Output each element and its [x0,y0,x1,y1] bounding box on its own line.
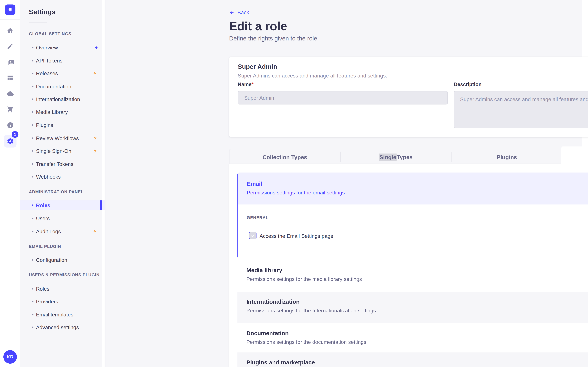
bullet-icon [32,326,33,328]
accordion-plugins-marketplace[interactable]: Plugins and marketplace [237,352,588,367]
accordion-subtitle: Permissions settings for the documentati… [246,339,366,345]
accordion-title: Internationalization [246,299,300,305]
accordion-email: Email Permissions settings for the email… [237,173,588,258]
section-users-permissions-plugin: USERS & PERMISSIONS PLUGIN [29,273,100,277]
tab-single-types[interactable]: Single Types [341,150,451,164]
lightning-icon [93,135,97,141]
sidebar-item-single-sign-on[interactable]: Single Sign-On [20,146,105,156]
sidebar-item-internationalization[interactable]: Internationalization [20,94,105,104]
accordion-subtitle: Permissions settings for the Internation… [246,308,376,314]
accordion-email-title: Email [247,181,262,187]
description-field[interactable]: Super Admins can access and manage all f… [454,91,588,128]
name-field[interactable]: Super Admin [238,91,448,105]
settings-notification-badge: 1 [12,131,18,138]
role-description-text: Super Admins can access and manage all f… [238,73,387,79]
notification-dot-icon [95,47,97,49]
sidebar-item-media-library[interactable]: Media Library [20,107,105,117]
tab-settings[interactable]: Settings [561,146,588,164]
sidebar-item-advanced-settings[interactable]: Advanced settings [20,323,105,332]
bullet-icon [32,314,33,315]
bullet-icon [32,217,33,219]
sidebar-item-transfer-tokens[interactable]: Transfer Tokens [20,159,105,169]
sidebar-item-roles-up[interactable]: Roles [20,284,105,294]
check-icon [251,233,255,238]
user-avatar[interactable]: KD [3,350,17,364]
bullet-icon [32,73,33,74]
sidebar-item-users[interactable]: Users [20,214,105,223]
lightning-icon [93,148,97,153]
page-title: Edit a role [229,19,287,33]
general-divider [271,218,588,218]
sidebar-item-roles-admin[interactable]: Roles [20,200,105,210]
tab-collection-types[interactable]: Collection Types [229,150,340,164]
section-email-plugin: EMAIL PLUGIN [29,244,61,249]
main-content: Back Edit a role Define the rights given… [105,0,588,367]
accordion-subtitle: Permissions settings for the media libra… [246,276,362,282]
role-card: Super Admin Super Admins can access and … [229,57,588,137]
sidebar-item-review-workflows[interactable]: Review Workflows [20,133,105,143]
bullet-icon [32,137,33,139]
permissions-tabbar: Collection Types Single Types Plugins [229,149,588,164]
sidebar-item-documentation[interactable]: Documentation [20,82,105,92]
accordion-internationalization[interactable]: Internationalization Permissions setting… [237,292,588,323]
marketplace-icon[interactable] [6,105,15,114]
home-icon[interactable] [6,26,15,35]
bullet-icon [32,150,33,152]
strapi-admin: 1 KD Settings GLOBAL SETTINGS Overview A… [0,0,588,367]
media-library-icon[interactable] [6,58,15,67]
selected-text: Single [379,153,397,160]
back-arrow-icon [229,10,234,15]
role-name-heading: Super Admin [238,63,277,71]
name-label: Name* [238,82,254,87]
accordion-documentation[interactable]: Documentation Permissions settings for t… [237,323,588,355]
lightning-icon [93,229,97,234]
bullet-icon [32,163,33,165]
bullet-icon [32,111,33,113]
required-asterisk: * [251,82,253,87]
content-manager-icon[interactable] [6,42,15,51]
sidebar-item-providers[interactable]: Providers [20,297,105,306]
sidebar-item-plugins[interactable]: Plugins [20,120,105,130]
cloud-icon[interactable] [6,89,15,98]
sidebar-title-divider [29,22,47,22]
accordion-title: Documentation [246,330,289,337]
sidebar-item-api-tokens[interactable]: API Tokens [20,56,105,66]
bullet-icon [32,259,33,261]
sidebar-item-audit-logs[interactable]: Audit Logs [20,226,105,236]
access-email-settings-checkbox[interactable] [249,232,256,239]
content-type-builder-icon[interactable] [6,73,15,82]
sidebar-item-email-templates[interactable]: Email templates [20,310,105,319]
bullet-icon [32,288,33,290]
rail-divider [0,19,20,20]
settings-sidebar: Settings GLOBAL SETTINGS Overview API To… [20,0,105,367]
section-global-settings: GLOBAL SETTINGS [29,32,71,36]
accordion-media-library[interactable]: Media library Permissions settings for t… [237,260,588,292]
section-administration-panel: ADMINISTRATION PANEL [29,190,84,194]
bullet-icon [32,231,33,232]
sidebar-item-configuration[interactable]: Configuration [20,255,105,265]
info-icon[interactable] [6,121,15,130]
accordion-email-header[interactable] [238,173,588,205]
sidebar-item-overview[interactable]: Overview [20,43,105,52]
sidebar-item-webhooks[interactable]: Webhooks [20,172,105,182]
accordion-title: Media library [246,267,282,274]
back-link[interactable]: Back [229,9,249,15]
strapi-logo-icon [7,6,13,13]
sidebar-item-releases[interactable]: Releases [20,68,105,78]
bullet-icon [32,60,33,61]
strapi-logo[interactable] [5,5,15,15]
accordion-title: Plugins and marketplace [246,359,315,366]
sidebar-title: Settings [29,8,56,16]
icon-rail: 1 KD [0,0,20,367]
page-subtitle: Define the rights given to the role [229,35,317,42]
bullet-icon [32,86,33,87]
bullet-icon [32,47,33,48]
bullet-icon [32,176,33,177]
bullet-icon [32,124,33,126]
bullet-icon [32,205,33,206]
tab-plugins[interactable]: Plugins [451,150,562,164]
accordion-email-subtitle: Permissions settings for the email setti… [247,190,345,196]
bullet-icon [32,301,33,302]
lightning-icon [93,71,97,76]
bullet-icon [32,99,33,100]
